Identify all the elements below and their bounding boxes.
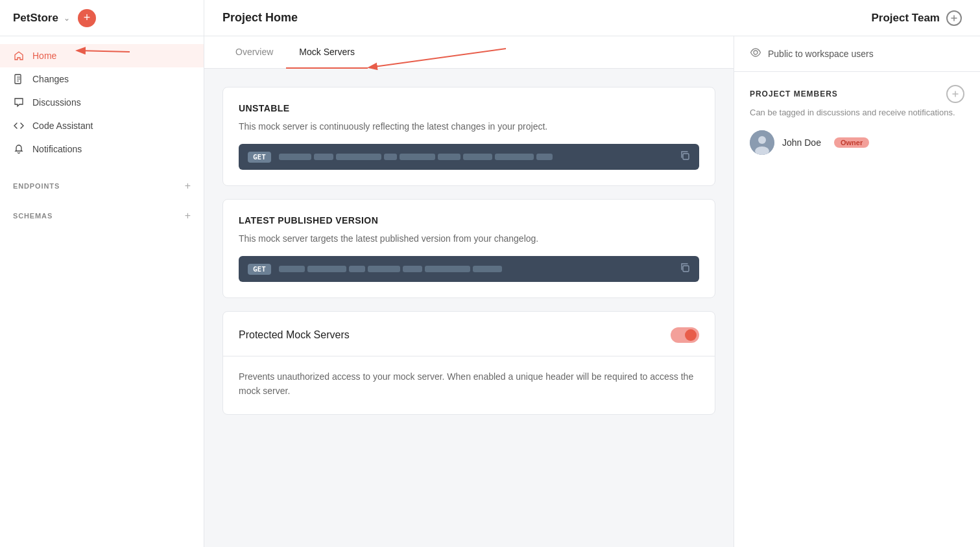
sidebar-item-home[interactable]: Home [0,44,204,67]
unstable-url-bar: GET [239,144,699,170]
latest-published-url-bar: GET [239,256,699,282]
url-seg2-3 [349,266,365,272]
bell-icon [13,143,25,155]
sidebar-item-code-assistant[interactable]: Code Assistant [0,114,204,137]
url-seg2-7 [473,266,502,272]
members-section: PROJECT MEMBERS Can be tagged in discuss… [734,72,980,168]
latest-published-url-text: GET [248,264,502,275]
protected-card-title: Protected Mock Servers [239,329,350,341]
topbar-right: Project Team [871,10,962,26]
url-seg-5 [400,154,435,160]
add-endpoint-icon[interactable]: + [185,180,191,192]
schemas-section-title: SCHEMAS [13,212,53,220]
topbar: Project Home Project Team [204,0,980,36]
url-seg-1 [279,154,311,160]
latest-published-card-title: LATEST PUBLISHED VERSION [239,215,699,226]
members-header: PROJECT MEMBERS [750,85,964,103]
tab-overview[interactable]: Overview [222,36,286,69]
center-content: Overview Mock Servers UNSTABLE This mock… [204,36,734,547]
add-project-button[interactable]: + [78,9,96,27]
page-title: Project Home [222,11,871,25]
project-team-title: Project Team [871,12,940,25]
member-row: John Doe Owner [750,130,964,155]
visibility-row[interactable]: Public to workspace users [734,36,980,72]
svg-point-3 [754,51,758,54]
schemas-section: SCHEMAS + [0,204,204,228]
url-seg2-1 [279,266,305,272]
sidebar-item-discussions[interactable]: Discussions [0,91,204,114]
sidebar-navigation: Home Changes Discussion [0,36,204,169]
copy-url-icon[interactable] [680,150,690,163]
unstable-url-text: GET [248,152,553,163]
svg-rect-2 [683,266,689,272]
schemas-section-header[interactable]: SCHEMAS + [13,210,191,222]
sidebar-item-notifications-label: Notifications [32,144,82,154]
endpoints-section: ENDPOINTS + [0,174,204,198]
sidebar-header: PetStore ⌄ + [0,0,204,36]
sidebar-item-changes-label: Changes [32,74,69,84]
visibility-label: Public to workspace users [768,49,874,59]
unstable-card-desc: This mock server is continuously reflect… [239,120,699,134]
url-seg2-6 [425,266,470,272]
url-method-badge: GET [248,152,271,163]
member-badge: Owner [834,137,869,148]
protected-card-header: Protected Mock Servers [239,327,699,343]
members-title: PROJECT MEMBERS [750,89,838,99]
page-body: UNSTABLE This mock server is continuousl… [204,69,734,446]
url-seg-8 [495,154,534,160]
add-schema-icon[interactable]: + [185,210,191,222]
protected-toggle[interactable] [671,327,699,343]
visibility-icon [750,47,761,61]
latest-published-card: LATEST PUBLISHED VERSION This mock serve… [222,199,715,298]
endpoints-section-title: ENDPOINTS [13,182,60,190]
protected-card-desc: Prevents unauthorized access to your moc… [239,369,699,399]
tab-mock-servers[interactable]: Mock Servers [286,36,368,69]
url-seg-6 [438,154,460,160]
chat-icon [13,97,25,108]
project-team-add-icon[interactable] [946,10,962,26]
add-member-button[interactable] [946,85,964,103]
url-seg2-4 [368,266,400,272]
protected-mock-servers-card: Protected Mock Servers Prevents unauthor… [222,311,715,415]
main-content: Project Home Project Team Overview [204,0,980,547]
avatar [750,130,774,155]
sidebar-item-code-assistant-label: Code Assistant [32,121,93,131]
toggle-thumb [685,329,697,341]
latest-published-card-desc: This mock server targets the latest publ… [239,232,699,246]
sidebar-item-discussions-label: Discussions [32,97,81,108]
tabs-bar: Overview Mock Servers [204,36,734,69]
sidebar-item-notifications[interactable]: Notifications [0,137,204,161]
sidebar: PetStore ⌄ + Home [0,0,204,547]
app-name: PetStore [13,12,58,25]
url-seg-4 [384,154,397,160]
url-seg-9 [536,154,553,160]
unstable-card-title: UNSTABLE [239,103,699,113]
svg-rect-1 [683,154,689,159]
book-icon [13,73,25,85]
url-seg2-5 [403,266,422,272]
code-icon [13,120,25,132]
copy-url-icon-2[interactable] [680,262,690,275]
unstable-card: UNSTABLE This mock server is continuousl… [222,87,715,186]
card-divider [223,356,715,356]
url-segments [279,154,553,160]
endpoints-section-header[interactable]: ENDPOINTS + [13,180,191,192]
url-seg-2 [314,154,333,160]
chevron-down-icon[interactable]: ⌄ [64,14,70,23]
content-area: Overview Mock Servers UNSTABLE This mock… [204,36,980,547]
url-method-badge-2: GET [248,264,271,275]
members-subtitle: Can be tagged in discussions and receive… [750,107,964,119]
member-name: John Doe [782,137,821,148]
right-panel: Public to workspace users PROJECT MEMBER… [734,36,980,547]
sidebar-item-home-label: Home [32,51,56,61]
home-icon [13,50,25,62]
sidebar-item-changes[interactable]: Changes [0,67,204,91]
url-seg-7 [463,154,492,160]
url-seg2-2 [307,266,346,272]
svg-point-5 [758,136,766,144]
url-segments-2 [279,266,502,272]
url-seg-3 [336,154,381,160]
